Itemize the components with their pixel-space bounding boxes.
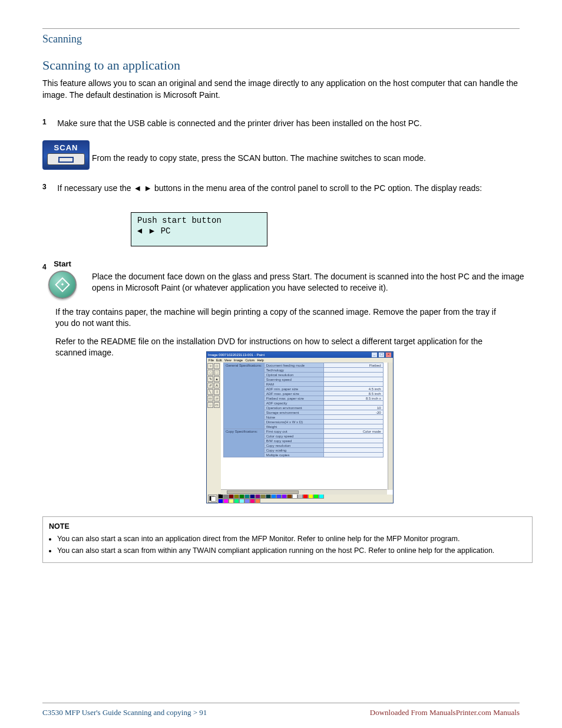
color-swatch[interactable] (308, 494, 313, 499)
paint-canvas: General Specifications:Document feeding … (221, 363, 393, 495)
menu-file[interactable]: File (209, 358, 214, 362)
color-swatch[interactable] (244, 494, 250, 499)
note-1: You can also start a scan into an applic… (57, 534, 526, 544)
tool-button[interactable]: ╲ (207, 389, 213, 395)
spec-value (323, 401, 383, 406)
note-box: NOTE You can also start a scan into an a… (42, 516, 533, 563)
current-colors[interactable] (208, 495, 217, 503)
spec-label: Copy resolution (264, 443, 323, 448)
spec-label: Document feeding mode (264, 363, 323, 368)
scrollbar-thumb[interactable] (227, 490, 299, 494)
spec-label: Operation environment (264, 406, 323, 410)
tool-button[interactable]: ▲ (214, 376, 220, 382)
spec-label: Multiple copies (264, 453, 323, 457)
color-swatch[interactable] (260, 494, 266, 499)
color-swatch[interactable] (229, 494, 234, 499)
step-number: 3 (42, 183, 55, 191)
menu-edit[interactable]: Edit (216, 358, 222, 362)
color-swatch[interactable] (239, 494, 244, 499)
tool-button[interactable]: ✎ (207, 376, 213, 382)
color-swatch[interactable] (266, 494, 271, 499)
start-icon (48, 271, 77, 299)
color-swatch[interactable] (250, 494, 255, 499)
tool-button[interactable]: ▭ (214, 402, 220, 408)
menu-image[interactable]: Image (234, 358, 243, 362)
header-rule (42, 28, 520, 29)
spec-category-copy: Copy Specifications: (224, 429, 265, 457)
step-2-text: From the ready to copy state, press the … (92, 153, 540, 164)
note-2: You can also start a scan from within an… (57, 546, 526, 556)
color-swatch[interactable] (313, 494, 319, 499)
tool-button[interactable]: ✧ (207, 363, 213, 369)
footer-right: Downloaded From ManualsPrinter.com Manua… (370, 708, 520, 717)
tool-button[interactable]: ⌇ (214, 389, 220, 395)
minimize-button[interactable]: _ (371, 352, 378, 358)
tool-button[interactable]: □ (214, 363, 220, 369)
color-swatch[interactable] (319, 494, 324, 499)
color-swatch[interactable] (234, 494, 239, 499)
spec-value (323, 453, 383, 457)
start-button[interactable]: Start (45, 259, 80, 299)
spec-label: ADF capacity (264, 401, 323, 406)
color-swatch[interactable] (229, 499, 234, 503)
color-swatch[interactable] (223, 494, 229, 499)
menu-colors[interactable]: Colors (245, 358, 254, 362)
spec-value: 8.5 inch x (323, 396, 383, 401)
step-3: 3 If necessary use the ◄ ► buttons in th… (42, 183, 520, 194)
color-swatch[interactable] (303, 494, 308, 499)
spec-label: Color copy speed (264, 434, 323, 439)
color-swatch[interactable] (255, 499, 260, 503)
spec-value: -20 (323, 410, 383, 415)
tool-button[interactable]: A (214, 383, 220, 388)
page-header: Scanning (42, 33, 82, 45)
tool-button[interactable]: ✐ (207, 383, 213, 388)
menu-help[interactable]: Help (257, 358, 264, 362)
scrollbar-horizontal[interactable] (221, 489, 387, 495)
tool-button[interactable]: ▭ (207, 396, 213, 401)
step-4-text: Place the document face down on the glas… (92, 271, 540, 294)
color-swatch[interactable] (218, 499, 223, 503)
paint-menubar: File Edit View Image Colors Help (207, 358, 393, 363)
color-swatch[interactable] (282, 494, 287, 499)
spec-value: Flatbed (323, 363, 383, 368)
spec-table: General Specifications:Document feeding … (223, 363, 384, 457)
color-swatch[interactable] (271, 494, 276, 499)
color-swatch[interactable] (297, 494, 303, 499)
close-button[interactable]: × (385, 352, 392, 358)
section-title: Scanning to an application (42, 58, 180, 73)
scan-button-label: SCAN (44, 141, 88, 152)
spec-value (323, 443, 383, 448)
spec-value (323, 368, 383, 373)
scan-button[interactable]: SCAN (42, 140, 90, 170)
color-swatch[interactable] (250, 499, 255, 503)
start-button-label: Start (45, 259, 80, 268)
step-3-text: If necessary use the ◄ ► buttons in the … (57, 183, 505, 194)
spec-value: Color mode (323, 429, 383, 434)
color-swatch[interactable] (223, 499, 229, 503)
spec-value (323, 439, 383, 443)
color-swatch[interactable] (287, 494, 292, 499)
step-2: 2 From the ready to copy state, press th… (42, 144, 520, 164)
lcd-arrows: ◄ ▶ (137, 226, 156, 236)
scan-icon (47, 153, 85, 165)
color-swatch[interactable] (239, 499, 244, 503)
spec-value (323, 434, 383, 439)
color-swatch[interactable] (255, 494, 260, 499)
spec-label: Technology (264, 368, 323, 373)
tool-button[interactable]: ◌ (207, 370, 213, 375)
spec-category-general: General Specifications: (224, 363, 265, 429)
spec-value: 4.5 inch (323, 387, 383, 391)
tool-button[interactable]: ○ (207, 402, 213, 408)
color-swatch[interactable] (292, 494, 297, 499)
step-4-note-print: If the tray contains paper, the machine … (42, 307, 520, 329)
tool-button[interactable]: ⬚ (214, 370, 220, 375)
maximize-button[interactable]: ▢ (378, 352, 385, 358)
color-swatch[interactable] (234, 499, 239, 503)
scrollbar-vertical[interactable] (388, 363, 393, 490)
color-swatch[interactable] (244, 499, 250, 503)
menu-view[interactable]: View (224, 358, 232, 362)
color-swatch[interactable] (276, 494, 282, 499)
footer-rule (42, 703, 520, 703)
tool-button[interactable]: ▱ (214, 396, 220, 401)
color-swatch[interactable] (218, 494, 223, 499)
